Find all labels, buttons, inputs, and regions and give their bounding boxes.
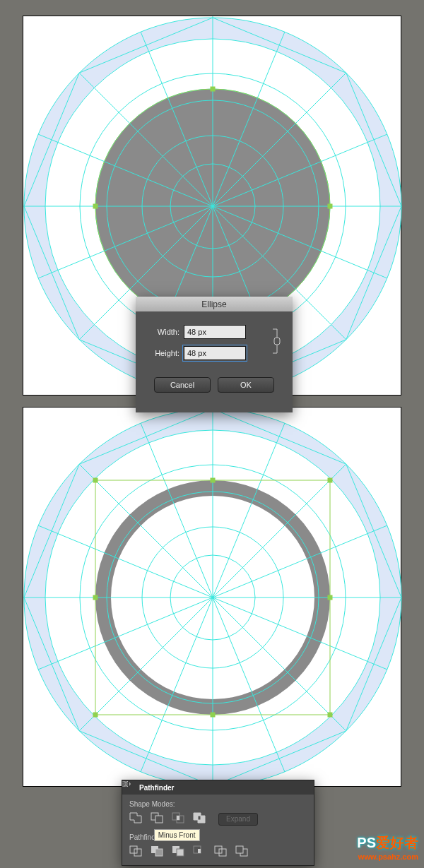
svg-rect-39 — [93, 713, 98, 717]
svg-rect-56 — [198, 849, 201, 853]
svg-rect-20 — [328, 204, 332, 208]
pathfinder-panel: Pathfinder Shape Modes: Expand Pathfind … — [122, 780, 314, 866]
svg-rect-57 — [215, 846, 222, 853]
svg-rect-60 — [236, 846, 243, 853]
svg-rect-38 — [328, 478, 332, 482]
svg-rect-17 — [211, 87, 215, 91]
minus-front-icon[interactable] — [151, 812, 167, 826]
panel-title: Pathfinder — [139, 784, 174, 792]
height-input[interactable] — [184, 346, 246, 360]
expand-button[interactable]: Expand — [218, 813, 258, 826]
svg-rect-44 — [328, 595, 332, 600]
svg-rect-53 — [155, 849, 163, 856]
svg-rect-52 — [134, 849, 141, 856]
width-input[interactable] — [184, 325, 246, 339]
panel-menu-icon[interactable] — [301, 783, 310, 792]
ok-button[interactable]: OK — [218, 377, 274, 393]
shape-modes-row: Expand — [129, 812, 307, 826]
shape-modes-label: Shape Modes: — [129, 800, 307, 808]
divide-icon[interactable] — [129, 845, 146, 860]
trim-icon[interactable] — [151, 845, 167, 860]
height-label: Height: — [146, 349, 179, 357]
unite-icon[interactable] — [129, 812, 146, 826]
watermark-url: www.psahz.com — [357, 852, 418, 861]
svg-rect-40 — [328, 713, 332, 717]
svg-rect-42 — [211, 713, 215, 717]
watermark-text-b: 爱好者 — [376, 835, 418, 850]
pathfinders-row — [129, 845, 307, 860]
svg-rect-50 — [177, 816, 179, 820]
panel-titlebar[interactable]: Pathfinder — [122, 780, 314, 795]
canvas-2-svg — [23, 408, 402, 787]
pathfinders-label: Pathfind — [129, 833, 155, 841]
svg-rect-45 — [274, 338, 280, 345]
svg-rect-37 — [93, 478, 98, 482]
watermark: PS爱好者 www.psahz.com — [357, 833, 418, 861]
intersect-icon[interactable] — [172, 812, 189, 826]
minus-back-icon[interactable] — [235, 845, 252, 860]
constrain-proportions-icon[interactable] — [270, 325, 283, 353]
ellipse-dialog: Ellipse Width: Height: Cancel OK — [136, 297, 293, 412]
artboard-2 — [23, 407, 401, 787]
tooltip: Minus Front — [154, 829, 200, 841]
svg-rect-19 — [93, 204, 98, 208]
svg-rect-41 — [211, 478, 215, 482]
svg-rect-43 — [93, 595, 98, 600]
cancel-button[interactable]: Cancel — [154, 377, 211, 393]
merge-icon[interactable] — [172, 845, 189, 860]
outline-icon[interactable] — [214, 845, 231, 860]
dialog-title[interactable]: Ellipse — [136, 297, 293, 312]
svg-rect-47 — [155, 816, 163, 823]
crop-icon[interactable] — [193, 845, 210, 860]
exclude-icon[interactable] — [193, 812, 210, 826]
watermark-text-a: PS — [357, 835, 376, 850]
width-label: Width: — [146, 328, 179, 336]
svg-rect-58 — [219, 849, 226, 856]
svg-rect-51 — [130, 846, 137, 853]
